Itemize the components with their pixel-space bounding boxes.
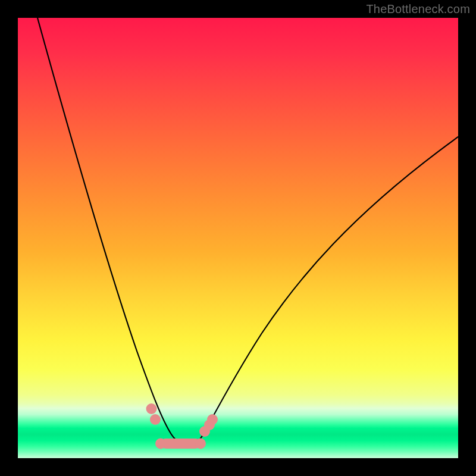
marker-bar-end (155, 439, 166, 449)
plot-area (18, 18, 458, 458)
marker-bar (161, 439, 201, 449)
curve-path (37, 18, 458, 445)
marker-dot (146, 403, 157, 414)
marker-dot (150, 414, 161, 425)
bottleneck-curve (18, 18, 458, 458)
watermark: TheBottleneck.com (366, 2, 470, 16)
marker-dot (207, 414, 218, 425)
frame: TheBottleneck.com (0, 0, 476, 476)
marker-bar-end (195, 439, 206, 449)
